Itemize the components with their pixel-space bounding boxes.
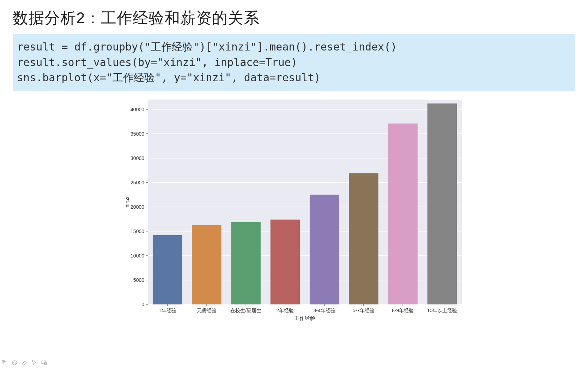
svg-rect-23	[42, 361, 46, 364]
x-tick-label: 在校生/应届生	[230, 308, 261, 313]
palette-icon[interactable]	[11, 360, 18, 366]
svg-rect-18	[3, 361, 6, 364]
bar	[309, 195, 339, 304]
layers-icon[interactable]	[1, 360, 8, 366]
y-tick-label: 40000	[131, 106, 144, 112]
chart-wrap: 0500010000150002000025000300003500040000…	[13, 96, 575, 322]
y-tick-label: 15000	[131, 228, 144, 234]
y-tick-label: 5000	[133, 277, 144, 283]
x-tick-label: 1年经验	[158, 308, 176, 313]
bar	[427, 103, 456, 304]
y-tick-label: 0	[141, 302, 144, 307]
footer-toolbar	[1, 360, 47, 366]
x-tick-label: 10年以上经验	[427, 308, 457, 313]
devices-icon[interactable]	[41, 360, 47, 366]
svg-point-22	[15, 363, 16, 364]
x-tick-label: 无需经验	[196, 308, 216, 313]
bar	[270, 219, 299, 304]
y-tick-label: 30000	[131, 155, 144, 161]
eraser-icon[interactable]	[21, 360, 28, 366]
x-tick-label: 5-7年经验	[352, 308, 374, 313]
svg-point-20	[13, 362, 14, 363]
bar-chart: 0500010000150002000025000300003500040000…	[120, 96, 469, 322]
page-title: 数据分析2：工作经验和薪资的关系	[13, 8, 575, 29]
y-axis-label: xinzi	[124, 196, 130, 207]
bar	[388, 123, 417, 304]
bar	[192, 225, 221, 304]
bar	[152, 235, 182, 304]
svg-point-19	[12, 361, 17, 365]
x-tick-label: 3-4年经验	[313, 308, 335, 313]
x-axis-label: 工作经验	[294, 315, 315, 321]
y-tick-label: 20000	[131, 204, 144, 209]
svg-rect-17	[2, 360, 5, 363]
x-tick-labels: 1年经验无需经验在校生/应届生2年经验3-4年经验5-7年经验8-9年经验10年…	[158, 304, 457, 313]
code-block: result = df.groupby("工作经验")["xinzi"].mea…	[13, 34, 575, 91]
y-tick-labels: 0500010000150002000025000300003500040000	[131, 106, 148, 307]
y-tick-label: 10000	[131, 253, 144, 258]
bar	[231, 222, 260, 304]
y-tick-label: 35000	[131, 131, 144, 136]
y-tick-label: 25000	[131, 179, 144, 185]
x-tick-label: 2年经验	[276, 308, 294, 313]
bar	[349, 173, 378, 304]
cursor-icon[interactable]	[31, 360, 37, 366]
x-tick-label: 8-9年经验	[392, 308, 414, 313]
svg-point-21	[15, 362, 16, 362]
